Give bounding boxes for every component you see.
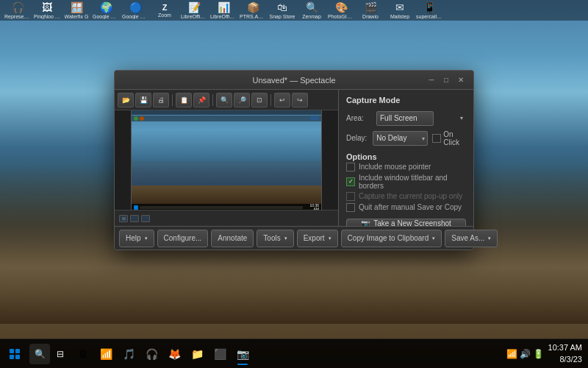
help-arrow-icon: ▾ xyxy=(145,236,148,241)
export-label: Export xyxy=(304,234,325,242)
window-controls: ─ □ ✕ xyxy=(425,74,467,87)
on-click-label-wrapper[interactable]: On Click xyxy=(432,130,466,146)
toolbar-zoom-out-button[interactable]: 🔎 xyxy=(234,93,250,107)
spectacle-window: Unsaved* — Spectacle ─ □ ✕ 📂 💾 🖨 📋 📌 xyxy=(114,70,474,250)
app-icon-zoom[interactable]: Z Zoom xyxy=(151,0,178,21)
toolbar-open-button[interactable]: 📂 xyxy=(118,93,134,107)
popup-checkbox xyxy=(346,192,355,201)
taskbar-apps: 🖥 📶 🎵 🎧 🦊 📁 ⬛ 📷 xyxy=(71,341,254,367)
display-icon xyxy=(130,215,139,222)
export-arrow-icon: ▾ xyxy=(329,236,331,241)
tray-volume-icon[interactable]: 🔊 xyxy=(520,349,531,359)
toolbar-paste-button[interactable]: 📌 xyxy=(193,93,209,107)
window-titlebar: Unsaved* — Spectacle ─ □ ✕ xyxy=(115,71,473,90)
app-icon-waterfix[interactable]: 🪟 Waterfix G xyxy=(63,0,90,21)
clock-date: 8/3/23 xyxy=(548,354,582,365)
option-window-borders[interactable]: ✓ Include window titlebar and borders xyxy=(346,174,466,190)
preview-bottom-info: ⊞ xyxy=(115,210,338,226)
toolbar-fit-button[interactable]: ⊡ xyxy=(251,93,268,107)
taskbar-app-headphones[interactable]: 🎧 xyxy=(140,341,162,367)
taskbar-app-windows[interactable]: 🖥 xyxy=(72,341,94,367)
save-as-label: Save As... xyxy=(451,234,484,242)
app-icon-drawio[interactable]: 🎬 Drawio xyxy=(357,0,384,21)
windows-logo-icon xyxy=(10,349,20,359)
app-icon-mailstep[interactable]: ✉ Mailstep xyxy=(387,0,413,21)
area-label: Area: xyxy=(346,114,372,122)
app-icon-snap-store[interactable]: 🛍 Snap Store xyxy=(269,0,295,21)
app-icon-headphones[interactable]: 🎧 Representativ e Console... xyxy=(4,0,31,21)
toolbar-redo-button[interactable]: ↪ xyxy=(292,93,308,107)
annotate-button[interactable]: Annotate xyxy=(211,230,254,247)
on-click-checkbox[interactable] xyxy=(432,134,441,143)
camera-icon: 📷 xyxy=(361,219,370,227)
window-maximize-button[interactable]: □ xyxy=(440,74,453,87)
delay-input-group: No Delay 2 Seconds 5 Seconds xyxy=(373,130,428,146)
inner-toolbar: 📂 💾 🖨 📋 📌 🔍 🔎 ⊡ ↩ ↪ xyxy=(115,90,338,110)
option-quit-after-save[interactable]: Quit after manual Save or Copy xyxy=(346,203,466,212)
tools-arrow-icon: ▾ xyxy=(284,236,287,241)
on-click-label: On Click xyxy=(443,130,466,146)
view-icon xyxy=(141,215,150,222)
take-screenshot-label: Take a New Screenshot xyxy=(373,219,451,227)
start-button[interactable] xyxy=(0,339,29,369)
annotate-label: Annotate xyxy=(218,234,247,242)
copy-image-button[interactable]: Copy Image to Clipboard ▾ xyxy=(341,230,442,247)
mode-icon: ⊞ xyxy=(119,215,128,222)
screenshot-panel: 📂 💾 🖨 📋 📌 🔍 🔎 ⊡ ↩ ↪ xyxy=(115,90,339,226)
clock-time: 10:37 AM xyxy=(548,342,582,353)
quit-after-save-label: Quit after manual Save or Copy xyxy=(359,203,462,211)
toolbar-zoom-in-button[interactable]: 🔍 xyxy=(216,93,232,107)
app-icon-pingnoo[interactable]: 🖼 PingNoo App Image xyxy=(34,0,60,21)
delay-select[interactable]: No Delay 2 Seconds 5 Seconds xyxy=(373,131,428,146)
copy-arrow-icon: ▾ xyxy=(432,236,435,241)
app-icon-libreoffice-writer[interactable]: 📝 LibreOffice Writer xyxy=(181,0,207,21)
app-icon-libreoffice-calc[interactable]: 📊 LibreOffice Calc xyxy=(210,0,237,21)
popup-label: Capture the current pop-up only xyxy=(359,192,462,200)
toolbar-save-button[interactable]: 💾 xyxy=(135,93,151,107)
tray-battery-icon[interactable]: 🔋 xyxy=(533,349,544,359)
tools-button[interactable]: Tools ▾ xyxy=(257,230,293,247)
toolbar-separator-2 xyxy=(212,94,213,106)
save-as-button[interactable]: Save As... ▾ xyxy=(445,230,498,247)
toolbar-undo-button[interactable]: ↩ xyxy=(274,93,290,107)
save-as-arrow-icon: ▾ xyxy=(488,236,491,241)
mouse-pointer-checkbox[interactable] xyxy=(346,163,355,171)
area-select[interactable]: Full Screen Current Screen Active Window xyxy=(376,111,434,126)
help-button[interactable]: Help ▾ xyxy=(119,230,154,247)
taskbar-app-network[interactable]: 📶 xyxy=(95,341,117,367)
app-icon-photogimp[interactable]: 🎨 PhotoGIMP xyxy=(328,0,354,21)
taskbar-clock[interactable]: 10:37 AM 8/3/23 xyxy=(548,342,582,365)
app-icon-google-earth[interactable]: 🌍 Google Earth xyxy=(93,0,119,21)
taskbar-app-files[interactable]: 📁 xyxy=(186,341,208,367)
tray-network-icon[interactable]: 📶 xyxy=(506,349,517,359)
option-mouse-pointer[interactable]: Include mouse pointer xyxy=(346,163,466,171)
toolbar-separator-1 xyxy=(172,94,173,106)
taskbar-right: 📶 🔊 🔋 10:37 AM 8/3/23 xyxy=(506,342,588,365)
mouse-pointer-label: Include mouse pointer xyxy=(359,163,431,171)
options-title: Options xyxy=(346,152,466,161)
taskbar-task-view-button[interactable]: ⊟ xyxy=(50,344,71,364)
taskbar-search-button[interactable]: 🔍 xyxy=(29,344,50,364)
toolbar-copy-button[interactable]: 📋 xyxy=(176,93,192,107)
window-minimize-button[interactable]: ─ xyxy=(425,74,438,87)
configure-button[interactable]: Configure... xyxy=(157,230,209,247)
window-borders-label: Include window titlebar and borders xyxy=(359,174,466,190)
taskbar-app-spectacle[interactable]: 📷 xyxy=(232,341,254,367)
export-button[interactable]: Export ▾ xyxy=(297,230,338,247)
preview-area: 10:36 AM xyxy=(115,110,338,210)
app-icon-chrome[interactable]: 🔵 Google Chrome xyxy=(122,0,148,21)
taskbar-app-firefox[interactable]: 🦊 xyxy=(163,341,185,367)
app-icon-zenmap[interactable]: 🔍 Zenmap xyxy=(298,0,325,21)
take-screenshot-button[interactable]: 📷 Take a New Screenshot xyxy=(346,219,466,227)
app-icon-supercall[interactable]: 📱 supercall-wx xyxy=(416,0,442,21)
app-icon-ptrs[interactable]: 📦 PTRS.App Image xyxy=(240,0,266,21)
window-close-button[interactable]: ✕ xyxy=(454,74,467,87)
window-borders-checkbox[interactable]: ✓ xyxy=(346,177,355,186)
option-popup: Capture the current pop-up only xyxy=(346,192,466,201)
taskbar-app-terminal[interactable]: ⬛ xyxy=(209,341,231,367)
toolbar-print-button[interactable]: 🖨 xyxy=(153,93,169,107)
desktop: 🎧 Representativ e Console... 🖼 PingNoo A… xyxy=(0,0,588,368)
delay-label: Delay: xyxy=(346,134,368,142)
quit-after-save-checkbox[interactable] xyxy=(346,203,355,212)
taskbar-app-media[interactable]: 🎵 xyxy=(118,341,140,367)
